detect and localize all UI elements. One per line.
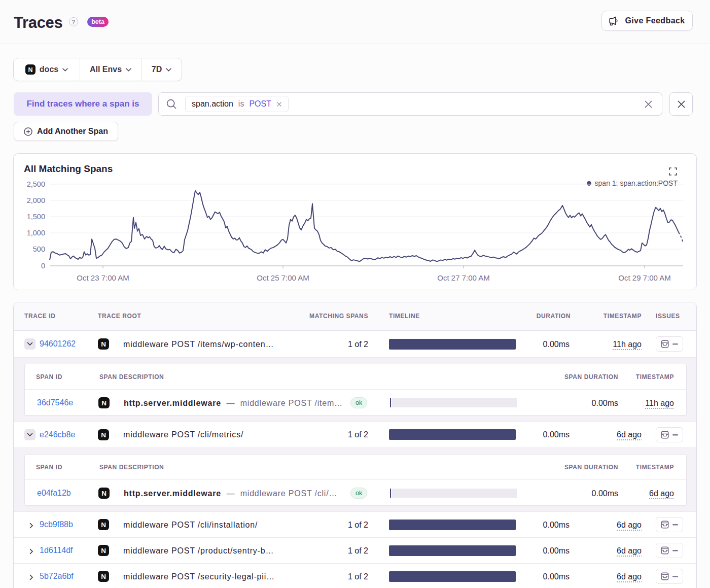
svg-text:N: N (101, 573, 106, 580)
svg-text:N: N (101, 431, 106, 439)
svg-text:N: N (101, 547, 106, 555)
svg-text:N: N (101, 399, 106, 407)
svg-text:N: N (28, 66, 32, 74)
svg-text:N: N (101, 490, 106, 497)
svg-text:N: N (101, 521, 106, 529)
svg-text:N: N (101, 340, 106, 348)
